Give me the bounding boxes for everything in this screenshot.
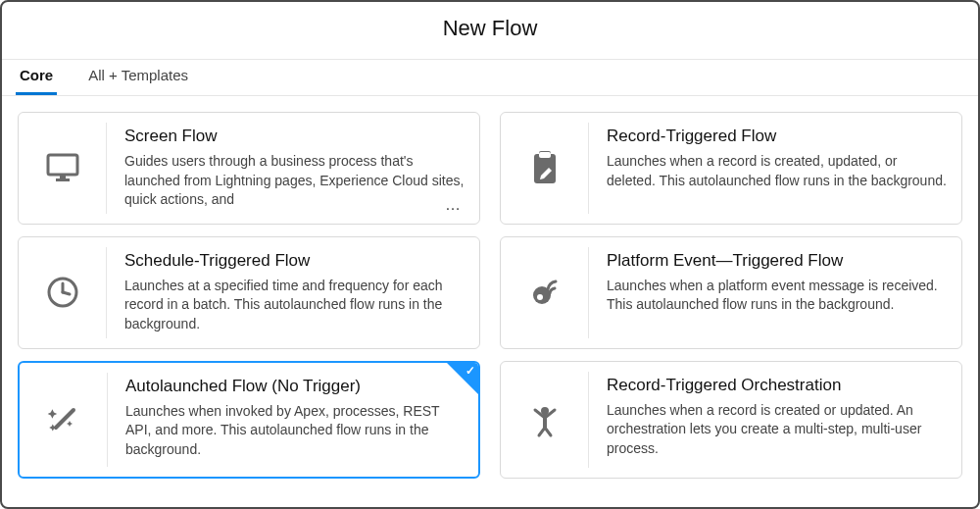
card-text: Platform Event—Triggered Flow Launches w…: [589, 237, 961, 348]
card-record-triggered-orchestration[interactable]: Record-Triggered Orchestration Launches …: [500, 361, 962, 479]
check-icon: ✓: [466, 364, 475, 378]
card-text: Autolaunched Flow (No Trigger) Launches …: [108, 363, 478, 477]
card-platform-event-triggered-flow[interactable]: Platform Event—Triggered Flow Launches w…: [500, 236, 962, 349]
card-desc: Launches when a record is created, updat…: [607, 152, 948, 190]
card-schedule-triggered-flow[interactable]: Schedule-Triggered Flow Launches at a sp…: [18, 236, 480, 349]
card-record-triggered-flow[interactable]: Record-Triggered Flow Launches when a re…: [500, 112, 962, 225]
card-text: Screen Flow Guides users through a busin…: [107, 113, 479, 224]
card-text: Schedule-Triggered Flow Launches at a sp…: [107, 237, 479, 348]
tab-label: Core: [20, 67, 53, 83]
clock-icon: [43, 273, 82, 312]
svg-rect-5: [539, 152, 551, 158]
svg-line-11: [56, 410, 74, 428]
svg-line-8: [63, 292, 70, 294]
card-desc: Launches when a record is created or upd…: [607, 401, 948, 459]
card-title: Screen Flow: [124, 127, 466, 146]
truncation-ellipsis: …: [445, 196, 462, 214]
monitor-icon: [43, 148, 82, 187]
card-text: Record-Triggered Orchestration Launches …: [589, 362, 961, 478]
flow-type-grid: Screen Flow Guides users through a busin…: [2, 96, 978, 494]
card-icon-col: [501, 123, 589, 214]
card-autolaunched-flow[interactable]: ✓ Autolaunched Flow (No Trigger) Launche…: [18, 361, 480, 479]
card-screen-flow[interactable]: Screen Flow Guides users through a busin…: [18, 112, 480, 225]
card-text: Record-Triggered Flow Launches when a re…: [589, 113, 961, 224]
satellite-icon: [525, 273, 564, 312]
tab-core[interactable]: Core: [16, 58, 57, 95]
card-desc: Launches when invoked by Apex, processes…: [125, 402, 465, 460]
card-icon-col: [501, 372, 589, 468]
tab-bar: Core All + Templates: [2, 59, 978, 96]
card-title: Record-Triggered Orchestration: [607, 376, 948, 395]
new-flow-dialog: New Flow Core All + Templates Screen Flo…: [0, 0, 980, 509]
svg-point-12: [541, 407, 549, 415]
orchestration-icon: [525, 400, 564, 439]
card-icon-col: [19, 123, 107, 214]
dialog-title: New Flow: [2, 2, 978, 59]
tab-all-templates[interactable]: All + Templates: [84, 58, 192, 95]
card-title: Platform Event—Triggered Flow: [607, 251, 948, 271]
card-desc: Launches when a platform event message i…: [607, 277, 948, 315]
card-title: Schedule-Triggered Flow: [124, 251, 466, 271]
svg-point-10: [537, 294, 543, 300]
card-title: Record-Triggered Flow: [607, 127, 948, 146]
clipboard-edit-icon: [525, 148, 564, 187]
card-desc: Guides users through a business process …: [124, 152, 466, 210]
card-icon-col: [501, 247, 589, 338]
card-icon-col: [20, 373, 108, 467]
card-desc: Launches at a specified time and frequen…: [124, 277, 466, 334]
tab-label: All + Templates: [88, 67, 188, 83]
svg-rect-0: [48, 155, 77, 175]
wand-icon: [44, 400, 83, 439]
card-icon-col: [19, 247, 107, 338]
svg-rect-2: [60, 175, 66, 179]
svg-line-17: [545, 428, 551, 435]
card-title: Autolaunched Flow (No Trigger): [125, 377, 465, 396]
